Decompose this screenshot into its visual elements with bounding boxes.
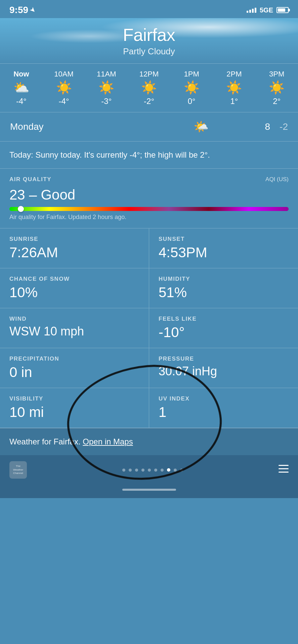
hour-temp-10am: -4° xyxy=(59,97,69,106)
humidity-label: HUMIDITY xyxy=(159,276,289,282)
pressure-label: PRESSURE xyxy=(159,356,289,362)
hour-icon-1pm: ☀️ xyxy=(184,81,200,94)
visibility-label: VISIBILITY xyxy=(9,395,139,402)
footer-section: Weather for Fairfax. Open in Maps xyxy=(0,428,298,455)
day-temps-monday: 8 -2 xyxy=(265,121,288,132)
aqi-header: AIR QUALITY AQI (US) xyxy=(9,176,289,185)
wind-value: WSW 10 mph xyxy=(9,324,139,338)
hour-label-10am: 10AM xyxy=(54,70,73,78)
hour-temp-2pm: 1° xyxy=(230,97,238,106)
aqi-label-right: AQI (US) xyxy=(265,176,289,183)
wind-section: WIND WSW 10 mph xyxy=(0,308,149,348)
snow-value: 10% xyxy=(9,284,139,301)
home-bar xyxy=(122,489,176,491)
open-in-maps-link[interactable]: Open in Maps xyxy=(83,437,133,446)
hourly-item-2pm: 2PM ☀️ 1° xyxy=(213,70,256,106)
wind-label: WIND xyxy=(9,316,139,322)
hour-temp-1pm: 0° xyxy=(188,97,196,106)
pressure-value: 30.07 inHg xyxy=(159,364,289,378)
hour-icon-10am: ☀️ xyxy=(56,81,72,94)
page-dot-9[interactable] xyxy=(174,469,177,472)
aqi-bar-container xyxy=(9,207,289,211)
location-arrow-icon: ➤ xyxy=(28,6,37,14)
network-badge: 5GE xyxy=(260,6,273,14)
visibility-value: 10 mi xyxy=(9,404,139,420)
precip-label: PRECIPITATION xyxy=(9,356,139,362)
home-indicator xyxy=(0,485,298,498)
hourly-item-1pm: 1PM ☀️ 0° xyxy=(170,70,213,106)
precip-value: 0 in xyxy=(9,364,139,380)
page-dot-6[interactable] xyxy=(154,469,157,472)
hero-section: Fairfax Partly Cloudy xyxy=(0,18,298,63)
day-high-monday: 8 xyxy=(265,121,270,132)
status-bar: 9:59 ➤ 5GE xyxy=(0,0,298,18)
hour-icon-12pm: ☀️ xyxy=(141,81,157,94)
sunset-section: SUNSET 4:53PM xyxy=(149,228,298,268)
page-dot-3[interactable] xyxy=(135,469,138,472)
page-dot-1[interactable] xyxy=(122,469,125,472)
feellike-section: FEELS LIKE -10° xyxy=(149,308,298,348)
time-display: 9:59 xyxy=(9,5,28,15)
aqi-footer: Air quality for Fairfax. Updated 2 hours… xyxy=(9,214,289,221)
signal-bar-3 xyxy=(252,9,254,13)
page-dot-7[interactable] xyxy=(161,469,164,472)
hour-label-now: Now xyxy=(13,70,29,78)
signal-bars xyxy=(247,8,256,13)
svg-rect-1 xyxy=(279,468,289,469)
uv-value: 1 xyxy=(159,404,289,420)
visibility-section: VISIBILITY 10 mi xyxy=(0,388,149,428)
page-dot-10[interactable] xyxy=(180,469,183,472)
page-dot-8-active[interactable] xyxy=(167,468,170,472)
hour-label-3pm: 3PM xyxy=(269,70,284,78)
page-dot-2[interactable] xyxy=(129,469,132,472)
app-bottom-bar: TheWeatherChannel xyxy=(0,455,298,485)
precip-pressure-row: PRECIPITATION 0 in PRESSURE 30.07 inHg xyxy=(0,348,298,388)
sunset-label: SUNSET xyxy=(159,236,289,243)
hour-icon-3pm: ☀️ xyxy=(269,81,285,94)
hour-temp-now: -4° xyxy=(16,97,27,106)
today-summary: Today: Sunny today. It's currently -4°; … xyxy=(0,142,298,169)
hour-label-12pm: 12PM xyxy=(139,70,159,78)
hour-label-2pm: 2PM xyxy=(226,70,242,78)
day-name-monday: Monday xyxy=(10,121,137,132)
hourly-item-3pm: 3PM ☀️ 2° xyxy=(255,70,298,106)
snow-label: CHANCE OF SNOW xyxy=(9,276,139,282)
hour-icon-2pm: ☀️ xyxy=(226,81,242,94)
snow-humidity-row: CHANCE OF SNOW 10% HUMIDITY 51% xyxy=(0,268,298,308)
aqi-bar xyxy=(9,207,289,211)
precip-section: PRECIPITATION 0 in xyxy=(0,348,149,388)
sunset-value: 4:53PM xyxy=(159,245,289,261)
hour-label-11am: 11AM xyxy=(97,70,116,78)
hour-label-1pm: 1PM xyxy=(184,70,199,78)
air-quality-section: AIR QUALITY AQI (US) 23 – Good Air quali… xyxy=(0,169,298,228)
page-dot-4[interactable] xyxy=(141,469,144,472)
hourly-item-10am: 10AM ☀️ -4° xyxy=(43,70,85,106)
page-dots xyxy=(122,468,183,472)
battery-fill xyxy=(278,8,285,12)
day-icon-monday: 🌤️ xyxy=(137,120,265,134)
hourly-item-11am: 11AM ☀️ -3° xyxy=(85,70,128,106)
humidity-value: 51% xyxy=(159,284,289,301)
aqi-label: AIR QUALITY xyxy=(9,176,51,183)
hour-temp-11am: -3° xyxy=(101,97,112,106)
sunrise-sunset-row: SUNRISE 7:26AM SUNSET 4:53PM xyxy=(0,228,298,268)
today-summary-text: Today: Sunny today. It's currently -4°; … xyxy=(9,149,289,161)
hourly-item-12pm: 12PM ☀️ -2° xyxy=(128,70,170,106)
snow-section: CHANCE OF SNOW 10% xyxy=(0,268,149,308)
humidity-section: HUMIDITY 51% xyxy=(149,268,298,308)
sunrise-label: SUNRISE xyxy=(9,236,139,243)
page-dot-5[interactable] xyxy=(148,469,151,472)
city-name: Fairfax xyxy=(0,25,298,45)
sunrise-value: 7:26AM xyxy=(9,245,139,261)
hourly-forecast: Now ⛅ -4° 10AM ☀️ -4° 11AM ☀️ -3° 12PM ☀… xyxy=(0,63,298,112)
list-icon[interactable] xyxy=(279,465,289,475)
signal-bar-4 xyxy=(255,8,256,13)
svg-rect-0 xyxy=(279,465,289,466)
hour-icon-now: ⛅ xyxy=(13,81,29,94)
signal-bar-2 xyxy=(249,10,251,13)
aqi-value: 23 – Good xyxy=(9,187,289,203)
day-low-monday: -2 xyxy=(280,121,288,132)
feellike-label: FEELS LIKE xyxy=(159,316,289,322)
hour-icon-11am: ☀️ xyxy=(98,81,114,94)
status-icons: 5GE xyxy=(247,6,289,14)
